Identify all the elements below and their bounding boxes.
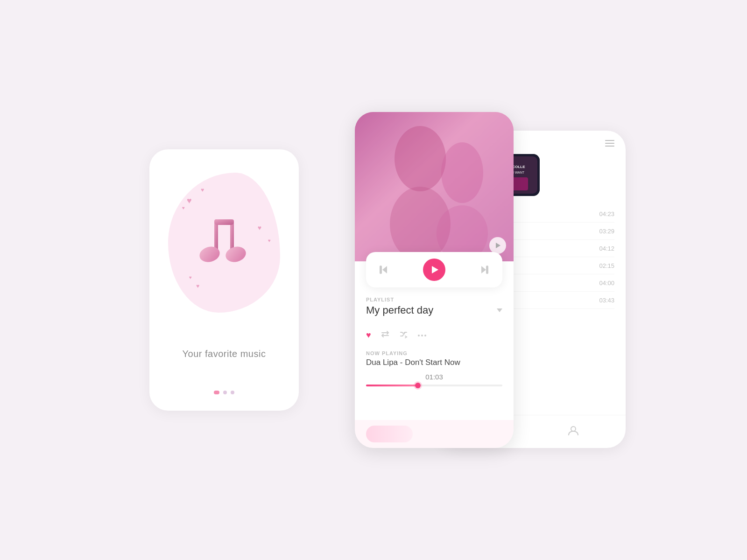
music-icon-area: ♥ ♥ ♥ ♥ ♥ ♥ ♥: [163, 168, 285, 317]
progress-dot[interactable]: [415, 383, 421, 388]
progress-bar[interactable]: [366, 385, 502, 386]
nav-indicator: [366, 426, 413, 442]
repeat-icon[interactable]: [381, 329, 390, 341]
svg-marker-20: [496, 243, 500, 248]
progress-fill: [366, 385, 418, 386]
menu-line-1: [605, 140, 614, 141]
front-card: PLAYLIST My perfect day ♥: [355, 112, 514, 448]
heart-icon-1: ♥: [187, 196, 192, 206]
playlist-name: My perfect day: [366, 304, 433, 316]
heart-icon-6: ♥: [189, 275, 192, 280]
like-icon[interactable]: ♥: [366, 330, 371, 340]
dot-1[interactable]: [214, 391, 219, 394]
pagination-dots: [214, 391, 234, 394]
heart-icon-2: ♥: [201, 187, 204, 193]
menu-icon[interactable]: [605, 140, 614, 147]
track-duration-2: 03:29: [599, 228, 614, 235]
svg-rect-24: [486, 266, 488, 273]
playlist-row: My perfect day: [366, 304, 502, 316]
more-options-icon[interactable]: [418, 335, 426, 336]
menu-line-3: [605, 146, 614, 147]
now-playing-section: NOW PLAYING Dua Lipa - Don't Start Now: [366, 350, 502, 367]
next-button[interactable]: [476, 261, 493, 278]
shuffle-icon[interactable]: [399, 329, 409, 341]
controls-bar: [366, 252, 502, 287]
svg-rect-19: [355, 112, 514, 261]
chevron-down-icon[interactable]: [497, 308, 502, 312]
svg-marker-21: [382, 266, 387, 273]
now-playing-label: NOW PLAYING: [366, 350, 502, 356]
menu-line-2: [605, 143, 614, 144]
prev-button[interactable]: [375, 261, 392, 278]
heart-icon-5: ♥: [268, 238, 271, 243]
play-button[interactable]: [423, 259, 445, 281]
bottom-nav: [355, 420, 514, 448]
right-section: Pink Magic COLLE I WANT Don't Start No: [355, 112, 598, 448]
playlist-label: PLAYLIST: [366, 297, 502, 302]
svg-marker-23: [481, 266, 486, 273]
action-icons: ♥: [366, 329, 502, 341]
svg-point-13: [571, 427, 576, 431]
left-card: ♥ ♥ ♥ ♥ ♥ ♥ ♥: [149, 149, 299, 411]
track-duration-3: 04:12: [599, 245, 614, 252]
left-card-title: Your favorite music: [183, 349, 266, 359]
playlist-section: PLAYLIST My perfect day: [366, 297, 502, 316]
heart-icon-3: ♥: [182, 205, 185, 210]
album-art: [355, 112, 514, 261]
music-note-icon: [194, 215, 254, 271]
now-playing-track: Dua Lipa - Don't Start Now: [366, 358, 502, 367]
svg-rect-2: [214, 219, 234, 225]
overlay-play-button[interactable]: [489, 237, 506, 254]
play-icon: [432, 266, 438, 273]
track-time: 01:03: [366, 373, 502, 381]
track-duration-6: 03:43: [599, 297, 614, 304]
svg-text:COLLE: COLLE: [512, 165, 525, 169]
overlay-play-icon: [494, 242, 501, 249]
footer-user-icon[interactable]: [567, 425, 579, 439]
svg-text:I WANT: I WANT: [513, 171, 525, 174]
track-duration-5: 04:00: [599, 280, 614, 287]
album-art-svg: [355, 112, 514, 261]
heart-icon-4: ♥: [258, 224, 261, 231]
main-container: ♥ ♥ ♥ ♥ ♥ ♥ ♥: [0, 0, 747, 560]
svg-point-4: [224, 245, 248, 264]
heart-icon-7: ♥: [196, 283, 199, 289]
svg-rect-22: [380, 266, 381, 273]
track-duration-1: 04:23: [599, 210, 614, 217]
dot-3[interactable]: [231, 391, 234, 394]
dot-2[interactable]: [223, 391, 227, 394]
track-duration-4: 02:15: [599, 262, 614, 269]
